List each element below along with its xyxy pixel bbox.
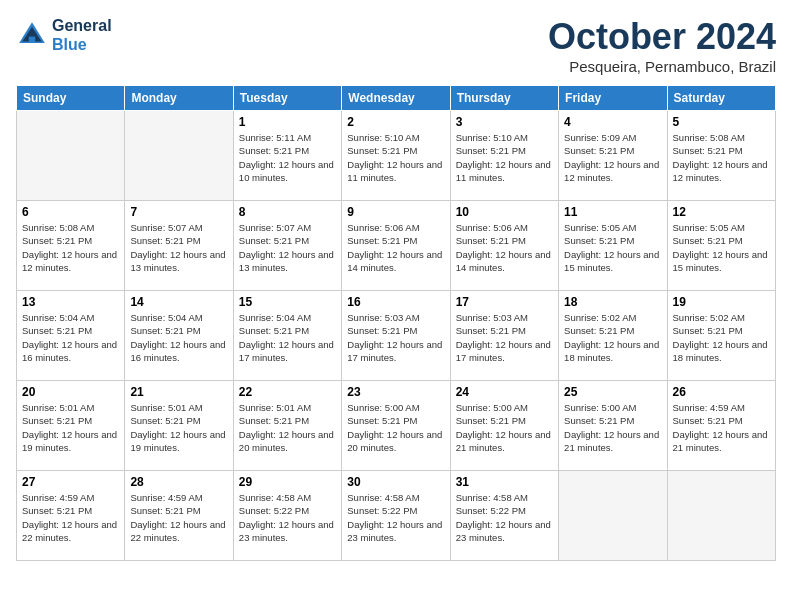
cell-info: Sunrise: 5:00 AMSunset: 5:21 PMDaylight:… [347, 401, 444, 454]
day-number: 27 [22, 475, 119, 489]
calendar-cell: 6Sunrise: 5:08 AMSunset: 5:21 PMDaylight… [17, 201, 125, 291]
calendar-cell: 8Sunrise: 5:07 AMSunset: 5:21 PMDaylight… [233, 201, 341, 291]
logo-icon [16, 19, 48, 51]
calendar-cell: 12Sunrise: 5:05 AMSunset: 5:21 PMDayligh… [667, 201, 775, 291]
calendar-week-row: 1Sunrise: 5:11 AMSunset: 5:21 PMDaylight… [17, 111, 776, 201]
day-number: 30 [347, 475, 444, 489]
cell-info: Sunrise: 4:58 AMSunset: 5:22 PMDaylight:… [239, 491, 336, 544]
calendar-cell: 13Sunrise: 5:04 AMSunset: 5:21 PMDayligh… [17, 291, 125, 381]
page-header: General Blue October 2024 Pesqueira, Per… [16, 16, 776, 75]
day-number: 15 [239, 295, 336, 309]
day-number: 9 [347, 205, 444, 219]
cell-info: Sunrise: 5:07 AMSunset: 5:21 PMDaylight:… [239, 221, 336, 274]
cell-info: Sunrise: 5:10 AMSunset: 5:21 PMDaylight:… [456, 131, 553, 184]
calendar-cell: 1Sunrise: 5:11 AMSunset: 5:21 PMDaylight… [233, 111, 341, 201]
day-number: 24 [456, 385, 553, 399]
day-number: 31 [456, 475, 553, 489]
cell-info: Sunrise: 5:04 AMSunset: 5:21 PMDaylight:… [239, 311, 336, 364]
day-number: 20 [22, 385, 119, 399]
logo-text: General Blue [52, 16, 112, 54]
cell-info: Sunrise: 5:06 AMSunset: 5:21 PMDaylight:… [347, 221, 444, 274]
cell-info: Sunrise: 5:01 AMSunset: 5:21 PMDaylight:… [130, 401, 227, 454]
calendar-cell [125, 111, 233, 201]
location-subtitle: Pesqueira, Pernambuco, Brazil [548, 58, 776, 75]
calendar-week-row: 20Sunrise: 5:01 AMSunset: 5:21 PMDayligh… [17, 381, 776, 471]
calendar-cell: 2Sunrise: 5:10 AMSunset: 5:21 PMDaylight… [342, 111, 450, 201]
calendar-cell: 15Sunrise: 5:04 AMSunset: 5:21 PMDayligh… [233, 291, 341, 381]
calendar-cell: 16Sunrise: 5:03 AMSunset: 5:21 PMDayligh… [342, 291, 450, 381]
calendar-cell: 28Sunrise: 4:59 AMSunset: 5:21 PMDayligh… [125, 471, 233, 561]
day-number: 10 [456, 205, 553, 219]
calendar-cell: 31Sunrise: 4:58 AMSunset: 5:22 PMDayligh… [450, 471, 558, 561]
calendar-cell: 3Sunrise: 5:10 AMSunset: 5:21 PMDaylight… [450, 111, 558, 201]
cell-info: Sunrise: 5:02 AMSunset: 5:21 PMDaylight:… [564, 311, 661, 364]
calendar-cell: 5Sunrise: 5:08 AMSunset: 5:21 PMDaylight… [667, 111, 775, 201]
calendar-cell: 22Sunrise: 5:01 AMSunset: 5:21 PMDayligh… [233, 381, 341, 471]
day-number: 4 [564, 115, 661, 129]
day-number: 19 [673, 295, 770, 309]
day-number: 2 [347, 115, 444, 129]
calendar-cell: 18Sunrise: 5:02 AMSunset: 5:21 PMDayligh… [559, 291, 667, 381]
day-number: 25 [564, 385, 661, 399]
cell-info: Sunrise: 4:58 AMSunset: 5:22 PMDaylight:… [347, 491, 444, 544]
calendar-cell: 14Sunrise: 5:04 AMSunset: 5:21 PMDayligh… [125, 291, 233, 381]
calendar-cell: 11Sunrise: 5:05 AMSunset: 5:21 PMDayligh… [559, 201, 667, 291]
calendar-cell [667, 471, 775, 561]
day-number: 1 [239, 115, 336, 129]
calendar-table: SundayMondayTuesdayWednesdayThursdayFrid… [16, 85, 776, 561]
calendar-cell: 24Sunrise: 5:00 AMSunset: 5:21 PMDayligh… [450, 381, 558, 471]
calendar-cell: 29Sunrise: 4:58 AMSunset: 5:22 PMDayligh… [233, 471, 341, 561]
day-number: 16 [347, 295, 444, 309]
day-number: 8 [239, 205, 336, 219]
calendar-cell: 4Sunrise: 5:09 AMSunset: 5:21 PMDaylight… [559, 111, 667, 201]
cell-info: Sunrise: 4:58 AMSunset: 5:22 PMDaylight:… [456, 491, 553, 544]
calendar-cell: 20Sunrise: 5:01 AMSunset: 5:21 PMDayligh… [17, 381, 125, 471]
day-number: 22 [239, 385, 336, 399]
cell-info: Sunrise: 5:05 AMSunset: 5:21 PMDaylight:… [564, 221, 661, 274]
day-number: 14 [130, 295, 227, 309]
cell-info: Sunrise: 5:01 AMSunset: 5:21 PMDaylight:… [22, 401, 119, 454]
cell-info: Sunrise: 5:04 AMSunset: 5:21 PMDaylight:… [130, 311, 227, 364]
day-number: 23 [347, 385, 444, 399]
calendar-cell: 21Sunrise: 5:01 AMSunset: 5:21 PMDayligh… [125, 381, 233, 471]
weekday-header-row: SundayMondayTuesdayWednesdayThursdayFrid… [17, 86, 776, 111]
cell-info: Sunrise: 5:09 AMSunset: 5:21 PMDaylight:… [564, 131, 661, 184]
cell-info: Sunrise: 4:59 AMSunset: 5:21 PMDaylight:… [22, 491, 119, 544]
day-number: 3 [456, 115, 553, 129]
calendar-cell: 23Sunrise: 5:00 AMSunset: 5:21 PMDayligh… [342, 381, 450, 471]
calendar-week-row: 6Sunrise: 5:08 AMSunset: 5:21 PMDaylight… [17, 201, 776, 291]
svg-rect-2 [29, 37, 35, 43]
weekday-header: Friday [559, 86, 667, 111]
day-number: 11 [564, 205, 661, 219]
weekday-header: Sunday [17, 86, 125, 111]
cell-info: Sunrise: 5:05 AMSunset: 5:21 PMDaylight:… [673, 221, 770, 274]
calendar-cell [559, 471, 667, 561]
day-number: 18 [564, 295, 661, 309]
calendar-cell: 25Sunrise: 5:00 AMSunset: 5:21 PMDayligh… [559, 381, 667, 471]
cell-info: Sunrise: 5:08 AMSunset: 5:21 PMDaylight:… [22, 221, 119, 274]
day-number: 29 [239, 475, 336, 489]
weekday-header: Saturday [667, 86, 775, 111]
day-number: 6 [22, 205, 119, 219]
calendar-cell: 7Sunrise: 5:07 AMSunset: 5:21 PMDaylight… [125, 201, 233, 291]
weekday-header: Wednesday [342, 86, 450, 111]
calendar-cell: 9Sunrise: 5:06 AMSunset: 5:21 PMDaylight… [342, 201, 450, 291]
calendar-cell: 26Sunrise: 4:59 AMSunset: 5:21 PMDayligh… [667, 381, 775, 471]
cell-info: Sunrise: 5:01 AMSunset: 5:21 PMDaylight:… [239, 401, 336, 454]
weekday-header: Thursday [450, 86, 558, 111]
day-number: 7 [130, 205, 227, 219]
day-number: 21 [130, 385, 227, 399]
cell-info: Sunrise: 5:11 AMSunset: 5:21 PMDaylight:… [239, 131, 336, 184]
cell-info: Sunrise: 4:59 AMSunset: 5:21 PMDaylight:… [673, 401, 770, 454]
cell-info: Sunrise: 4:59 AMSunset: 5:21 PMDaylight:… [130, 491, 227, 544]
cell-info: Sunrise: 5:03 AMSunset: 5:21 PMDaylight:… [456, 311, 553, 364]
calendar-cell [17, 111, 125, 201]
calendar-cell: 27Sunrise: 4:59 AMSunset: 5:21 PMDayligh… [17, 471, 125, 561]
weekday-header: Monday [125, 86, 233, 111]
day-number: 26 [673, 385, 770, 399]
title-block: October 2024 Pesqueira, Pernambuco, Braz… [548, 16, 776, 75]
calendar-cell: 17Sunrise: 5:03 AMSunset: 5:21 PMDayligh… [450, 291, 558, 381]
calendar-week-row: 13Sunrise: 5:04 AMSunset: 5:21 PMDayligh… [17, 291, 776, 381]
day-number: 17 [456, 295, 553, 309]
cell-info: Sunrise: 5:02 AMSunset: 5:21 PMDaylight:… [673, 311, 770, 364]
